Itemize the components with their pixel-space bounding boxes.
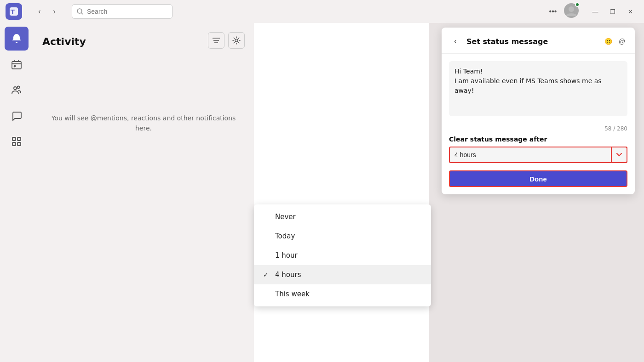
svg-rect-9 bbox=[12, 137, 16, 141]
search-icon bbox=[77, 8, 83, 15]
sidebar bbox=[0, 23, 33, 362]
svg-text:T: T bbox=[11, 8, 15, 15]
mention-button[interactable]: @ bbox=[616, 36, 627, 47]
svg-rect-10 bbox=[17, 137, 21, 141]
title-bar: T ‹ › ••• — ❐ ✕ bbox=[0, 0, 644, 23]
svg-point-8 bbox=[17, 86, 20, 89]
back-button[interactable]: ‹ bbox=[449, 35, 462, 48]
clear-after-select[interactable]: Never Today 1 hour 4 hours This week bbox=[449, 147, 627, 163]
svg-point-4 bbox=[569, 6, 574, 12]
sidebar-item-apps[interactable] bbox=[5, 130, 29, 153]
gear-icon bbox=[232, 36, 241, 45]
svg-point-2 bbox=[77, 9, 82, 13]
title-bar-left: T ‹ › bbox=[6, 3, 180, 20]
svg-point-6 bbox=[14, 66, 16, 67]
dropdown-item-never[interactable]: Never bbox=[254, 207, 431, 226]
nav-forward-button[interactable]: › bbox=[48, 5, 61, 18]
dropdown-item-4hours[interactable]: ✓ 4 hours bbox=[254, 265, 431, 284]
minimize-button[interactable]: — bbox=[587, 5, 604, 18]
activity-panel: Activity You will see @mentions, reactio… bbox=[33, 23, 254, 362]
dropdown-label-never: Never bbox=[275, 213, 422, 221]
dropdown-label-1hour: 1 hour bbox=[275, 251, 422, 260]
filter-button[interactable] bbox=[208, 32, 224, 49]
title-bar-right: ••• — ❐ ✕ bbox=[546, 3, 638, 20]
status-message-text: Hi Team!I am available even if MS Teams … bbox=[454, 67, 622, 96]
status-panel-title: Set status message bbox=[466, 37, 548, 46]
settings-button[interactable] bbox=[228, 32, 245, 49]
search-input[interactable] bbox=[87, 8, 167, 15]
maximize-button[interactable]: ❐ bbox=[604, 5, 621, 18]
panel-area bbox=[254, 23, 429, 362]
status-panel-icons: 🙂 @ bbox=[603, 36, 627, 47]
clear-after-dropdown[interactable]: Never Today 1 hour 4 hours This week bbox=[449, 147, 627, 163]
sidebar-item-chat[interactable] bbox=[5, 104, 29, 128]
checkmark-4hours: ✓ bbox=[263, 271, 270, 278]
avatar-button[interactable] bbox=[564, 3, 579, 18]
sidebar-item-teams[interactable] bbox=[5, 78, 29, 102]
svg-rect-12 bbox=[17, 142, 21, 146]
char-count: 58 / 280 bbox=[442, 124, 635, 136]
more-options-button[interactable]: ••• bbox=[546, 5, 559, 18]
window-controls: — ❐ ✕ bbox=[587, 5, 638, 18]
set-status-panel: ‹ Set status message 🙂 @ Hi Team!I am av… bbox=[442, 28, 635, 194]
nav-arrows: ‹ › bbox=[33, 5, 61, 18]
emoji-button[interactable]: 🙂 bbox=[603, 36, 614, 47]
status-indicator bbox=[575, 2, 580, 7]
search-bar bbox=[72, 4, 172, 19]
svg-rect-11 bbox=[12, 142, 16, 146]
sidebar-item-activity[interactable] bbox=[5, 27, 29, 51]
clear-after-label: Clear status message after bbox=[442, 136, 635, 147]
sidebar-item-calendar[interactable] bbox=[5, 52, 29, 76]
page-title: Activity bbox=[42, 36, 86, 47]
status-message-box[interactable]: Hi Team!I am available even if MS Teams … bbox=[449, 61, 627, 116]
dropdown-label-thisweek: This week bbox=[275, 290, 422, 298]
dropdown-item-thisweek[interactable]: This week bbox=[254, 284, 431, 304]
svg-point-16 bbox=[235, 39, 238, 42]
svg-line-3 bbox=[81, 13, 83, 14]
clear-after-dropdown-menu[interactable]: Never Today 1 hour ✓ 4 hours This week bbox=[254, 204, 431, 306]
activity-toolbar bbox=[208, 32, 245, 49]
close-button[interactable]: ✕ bbox=[622, 5, 638, 18]
svg-rect-5 bbox=[12, 62, 21, 69]
dropdown-item-today[interactable]: Today bbox=[254, 226, 431, 246]
dropdown-label-today: Today bbox=[275, 232, 422, 240]
dropdown-item-1hour[interactable]: 1 hour bbox=[254, 246, 431, 265]
bell-icon bbox=[11, 33, 22, 44]
nav-back-button[interactable]: ‹ bbox=[33, 5, 46, 18]
filter-icon bbox=[213, 37, 220, 44]
activity-empty-text: You will see @mentions, reactions and ot… bbox=[42, 113, 245, 134]
svg-point-7 bbox=[14, 87, 17, 90]
teams-logo: T bbox=[6, 3, 22, 20]
dropdown-label-4hours: 4 hours bbox=[275, 271, 422, 279]
done-button[interactable]: Done bbox=[449, 170, 627, 187]
status-panel-header: ‹ Set status message 🙂 @ bbox=[442, 28, 635, 54]
